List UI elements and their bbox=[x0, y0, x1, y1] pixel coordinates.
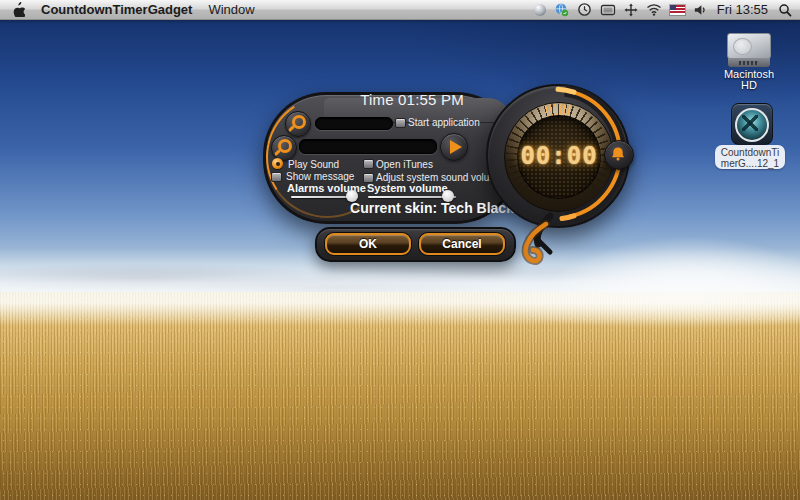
cancel-button[interactable]: Cancel bbox=[419, 233, 505, 255]
start-application-label: Start application bbox=[408, 117, 480, 128]
menu-app-name[interactable]: CountdownTimerGadget bbox=[41, 2, 192, 17]
time-machine-icon[interactable] bbox=[577, 2, 592, 17]
sphere-icon[interactable] bbox=[534, 4, 546, 16]
dialog-button-bar: OK Cancel bbox=[315, 227, 516, 262]
sound-file-input[interactable] bbox=[299, 139, 437, 154]
bell-icon bbox=[610, 146, 626, 162]
show-message-checkbox[interactable] bbox=[271, 172, 282, 182]
volume-icon[interactable] bbox=[693, 3, 707, 17]
alarm-bell-button[interactable] bbox=[604, 140, 634, 170]
spotlight-icon[interactable] bbox=[778, 3, 792, 17]
displays-icon[interactable] bbox=[600, 3, 616, 17]
search-button-2[interactable] bbox=[271, 135, 297, 161]
hd-label: Macintosh HD bbox=[718, 69, 780, 91]
start-application-checkbox[interactable] bbox=[395, 118, 406, 128]
show-message-label: Show message bbox=[286, 171, 354, 182]
move-icon[interactable] bbox=[624, 3, 638, 17]
menu-window[interactable]: Window bbox=[208, 2, 254, 17]
menu-clock[interactable]: Fri 13:55 bbox=[715, 2, 770, 17]
open-itunes-checkbox[interactable] bbox=[363, 159, 374, 169]
wifi-icon[interactable] bbox=[646, 3, 662, 16]
hard-drive-icon bbox=[727, 33, 771, 68]
desktop: CountdownTimerGadget Window bbox=[0, 0, 800, 500]
ok-button[interactable]: OK bbox=[325, 233, 411, 255]
play-sound-radio[interactable] bbox=[272, 158, 283, 169]
play-sound-label: Play Sound bbox=[288, 159, 339, 170]
sync-globe-icon[interactable] bbox=[554, 2, 569, 17]
app-label: CountdownTi merG....12_1 bbox=[715, 145, 785, 169]
play-button[interactable] bbox=[440, 133, 468, 161]
search-button-1[interactable] bbox=[285, 111, 311, 137]
apple-logo-icon bbox=[12, 2, 25, 17]
menu-bar: CountdownTimerGadget Window bbox=[0, 0, 800, 20]
us-flag-icon[interactable] bbox=[670, 5, 685, 15]
countdown-timer-gadget-window: Time 01:55 PM Start application Play Sou… bbox=[256, 84, 648, 292]
countdown-app-icon bbox=[731, 103, 773, 145]
apple-menu[interactable] bbox=[12, 2, 25, 17]
play-icon bbox=[450, 140, 462, 154]
time-input[interactable] bbox=[315, 117, 393, 130]
system-volume-label: System volume bbox=[367, 182, 448, 194]
open-itunes-label: Open iTunes bbox=[376, 159, 433, 170]
